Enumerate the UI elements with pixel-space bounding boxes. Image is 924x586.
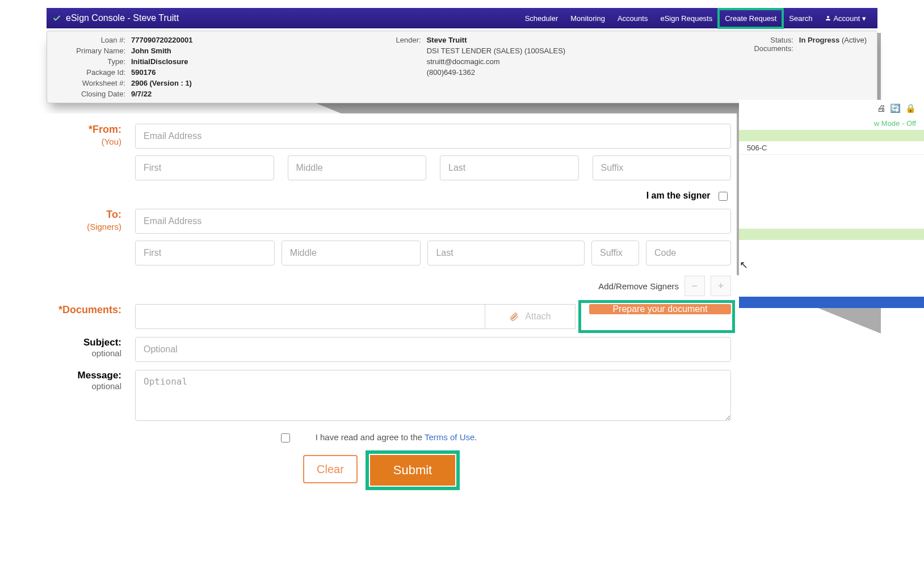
to-last-input[interactable] xyxy=(427,241,585,265)
cursor-icon: ↖ xyxy=(740,259,748,271)
loan-header-panel: Loan #: Primary Name: Type: Package Id: … xyxy=(47,31,877,103)
header-right: Status: Documents: In Progress (Active) xyxy=(754,36,867,98)
value-type: InitialDisclosure xyxy=(131,57,192,66)
lock-icon[interactable]: 🔒 xyxy=(905,103,916,113)
subject-label: Subject: xyxy=(83,337,121,348)
side-green-row-2 xyxy=(739,229,924,240)
side-mode: w Mode - Off xyxy=(739,117,924,130)
label-closing-date: Closing Date: xyxy=(57,90,125,98)
from-last-input[interactable] xyxy=(440,155,579,180)
to-first-input[interactable] xyxy=(135,241,275,265)
user-icon xyxy=(825,15,831,22)
terms-checkbox[interactable] xyxy=(281,433,290,442)
i-am-signer-checkbox[interactable] xyxy=(719,192,728,201)
from-first-input[interactable] xyxy=(135,155,274,180)
value-status-sub: (Active) xyxy=(842,36,867,44)
header-center: Lender: Steve Truitt DSI TEST LENDER (SA… xyxy=(192,36,754,98)
value-status: In Progress xyxy=(799,36,840,44)
subject-input[interactable] xyxy=(135,337,731,362)
label-lender: Lender: xyxy=(381,36,421,98)
value-primary-name: John Smith xyxy=(131,47,192,55)
side-green-row xyxy=(739,130,924,141)
label-loan-number: Loan #: xyxy=(57,36,125,44)
app-title-area: eSign Console - Steve Truitt xyxy=(47,13,519,23)
from-label: *From: xyxy=(89,124,121,135)
header-left-labels: Loan #: Primary Name: Type: Package Id: … xyxy=(57,36,125,98)
app-title: eSign Console - Steve Truitt xyxy=(66,13,179,23)
clear-button[interactable]: Clear xyxy=(303,455,358,483)
documents-list-area xyxy=(135,304,485,329)
message-label: Message: xyxy=(78,370,121,381)
side-blue-row xyxy=(739,297,924,308)
attach-button[interactable]: Attach xyxy=(485,304,576,329)
to-email-input[interactable] xyxy=(135,209,731,234)
to-middle-input[interactable] xyxy=(282,241,421,265)
prepare-document-button[interactable]: Prepare your document xyxy=(589,304,731,314)
nav-search[interactable]: Search xyxy=(783,10,818,27)
value-worksheet: 2906 (Version : 1) xyxy=(131,79,192,87)
value-lender-name: Steve Truitt xyxy=(427,36,565,44)
to-label: To: xyxy=(106,209,121,220)
value-closing-date: 9/7/22 xyxy=(131,90,192,98)
refresh-icon[interactable]: 🔄 xyxy=(890,103,901,113)
value-loan-number: 777090720220001 xyxy=(131,36,192,44)
app-logo-icon xyxy=(52,14,61,23)
to-code-input[interactable] xyxy=(646,241,731,265)
from-suffix-input[interactable] xyxy=(593,155,732,180)
navbar-links: Scheduler Monitoring Accounts eSign Requ… xyxy=(519,10,872,27)
side-line-1[interactable]: 506-C xyxy=(739,141,924,155)
add-signer-button[interactable]: + xyxy=(711,276,731,296)
side-info-panel: 🖨 🔄 🔒 w Mode - Off 506-C ↖ xyxy=(739,100,924,308)
from-email-input[interactable] xyxy=(135,124,731,149)
from-sublabel: (You) xyxy=(22,137,121,146)
from-middle-input[interactable] xyxy=(288,155,427,180)
i-am-signer-label: I am the signer xyxy=(646,191,711,200)
value-package-id: 590176 xyxy=(131,68,192,77)
header-left-values: 777090720220001 John Smith InitialDisclo… xyxy=(131,36,192,98)
create-request-form: *From: (You) I am the signer To: (Signer… xyxy=(22,113,737,508)
label-worksheet: Worksheet #: xyxy=(57,79,125,87)
nav-create-request[interactable]: Create Request xyxy=(719,10,782,27)
remove-signer-button[interactable]: − xyxy=(684,276,705,296)
printer-icon[interactable]: 🖨 xyxy=(877,103,885,113)
nav-esign-requests[interactable]: eSign Requests xyxy=(654,10,718,27)
label-type: Type: xyxy=(57,57,125,66)
add-remove-label: Add/Remove Signers xyxy=(598,281,679,291)
message-optional: optional xyxy=(22,381,121,391)
value-lender-email: struitt@docmagic.com xyxy=(427,57,565,66)
terms-link[interactable]: Terms of Use xyxy=(425,432,474,442)
to-sublabel: (Signers) xyxy=(22,222,121,231)
documents-label: *Documents: xyxy=(58,304,121,315)
top-navbar: eSign Console - Steve Truitt Scheduler M… xyxy=(47,8,877,28)
nav-monitoring[interactable]: Monitoring xyxy=(565,10,611,27)
label-status: Status: xyxy=(754,36,793,44)
message-input[interactable] xyxy=(135,370,731,421)
to-suffix-input[interactable] xyxy=(591,241,639,265)
label-package-id: Package Id: xyxy=(57,68,125,77)
value-lender-phone: (800)649-1362 xyxy=(427,68,565,77)
nav-scheduler[interactable]: Scheduler xyxy=(519,10,564,27)
subject-optional: optional xyxy=(22,348,121,358)
submit-button[interactable]: Submit xyxy=(370,455,455,486)
terms-text: I have read and agree to the xyxy=(316,432,425,442)
side-icons: 🖨 🔄 🔒 xyxy=(739,100,924,117)
paperclip-icon xyxy=(509,311,519,322)
label-documents: Documents: xyxy=(754,44,793,53)
nav-account[interactable]: Account ▾ xyxy=(819,10,872,27)
nav-accounts[interactable]: Accounts xyxy=(612,10,653,27)
value-lender-company: DSI TEST LENDER (SALES) (100SALES) xyxy=(427,47,565,55)
label-primary-name: Primary Name: xyxy=(57,47,125,55)
